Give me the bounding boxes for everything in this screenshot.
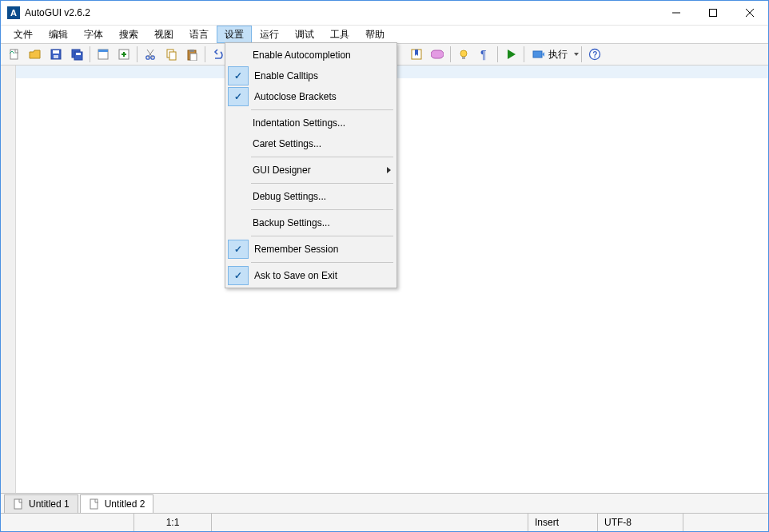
submenu-arrow-icon	[382, 165, 395, 176]
paste-button[interactable]	[181, 45, 202, 64]
menu-backup-settings[interactable]: Backup Settings...	[227, 212, 395, 233]
toolbar-separator	[497, 46, 498, 62]
svg-rect-4	[54, 55, 58, 58]
settings-dropdown: Enable Autocompletion Enable Calltips Au…	[225, 42, 397, 288]
help-button[interactable]: ?	[584, 45, 605, 64]
svg-rect-7	[76, 53, 81, 55]
svg-rect-9	[98, 50, 108, 52]
status-spacer	[212, 514, 528, 531]
status-extra	[683, 514, 768, 531]
svg-rect-22	[533, 51, 542, 58]
run-button[interactable]	[500, 45, 521, 64]
svg-rect-16	[189, 50, 194, 52]
document-icon	[13, 498, 24, 510]
menu-language[interactable]: 语言	[181, 26, 217, 43]
svg-rect-26	[90, 499, 98, 509]
menu-separator	[251, 109, 393, 110]
menu-separator	[251, 262, 393, 263]
cut-button[interactable]	[140, 45, 161, 64]
minimize-button[interactable]	[658, 1, 695, 25]
menu-bar: 文件 编辑 字体 搜索 视图 语言 设置 运行 调试 工具 帮助	[1, 26, 768, 43]
close-button[interactable]	[731, 1, 768, 25]
highlight-button[interactable]	[453, 45, 474, 64]
open-button[interactable]	[25, 45, 46, 64]
menu-separator	[251, 157, 393, 157]
save-button[interactable]	[46, 45, 66, 64]
document-tab-bar: Untitled 1 Untitled 2	[1, 493, 768, 513]
show-whitespace-button[interactable]: ¶	[474, 45, 495, 64]
svg-rect-3	[53, 50, 59, 54]
toolbar-separator	[581, 46, 582, 62]
menu-separator	[251, 209, 393, 210]
execute-label: 执行	[548, 48, 568, 62]
toolbar-separator	[90, 46, 90, 62]
menu-file[interactable]: 文件	[6, 26, 41, 43]
bookmark-button[interactable]	[406, 45, 427, 64]
menu-font[interactable]: 字体	[76, 26, 111, 43]
menu-separator	[251, 236, 393, 236]
menu-debug-settings[interactable]: Debug Settings...	[227, 186, 395, 207]
menu-edit[interactable]: 编辑	[41, 26, 76, 43]
tab-untitled-1[interactable]: Untitled 1	[4, 494, 78, 514]
menu-separator	[251, 183, 393, 184]
menu-indentation-settings[interactable]: Indentation Settings...	[227, 113, 395, 133]
menu-debug[interactable]: 调试	[287, 26, 322, 43]
status-insert-mode: Insert	[528, 514, 598, 531]
execute-dropdown[interactable]	[573, 46, 579, 63]
menu-gui-designer[interactable]: GUI Designer	[227, 160, 395, 181]
document-icon	[89, 498, 100, 510]
copy-button[interactable]	[161, 45, 181, 64]
menu-enable-calltips[interactable]: Enable Calltips	[227, 66, 395, 86]
new-file-button[interactable]	[4, 45, 25, 64]
toolbar-separator	[450, 46, 451, 62]
menu-caret-settings[interactable]: Caret Settings...	[227, 133, 395, 154]
add-control-button[interactable]	[114, 45, 134, 64]
run-icon	[532, 48, 545, 61]
tab-untitled-2[interactable]: Untitled 2	[80, 494, 154, 514]
status-message	[1, 514, 134, 531]
tab-label: Untitled 2	[105, 498, 145, 510]
toolbar-separator	[137, 46, 137, 62]
menu-help[interactable]: 帮助	[357, 26, 392, 43]
svg-rect-20	[462, 57, 465, 59]
menu-view[interactable]: 视图	[146, 26, 181, 43]
app-window: AutoGUI v2.6.2 文件 编辑 字体 搜索 视图 语言 设置 运行 调…	[0, 0, 769, 532]
svg-rect-14	[169, 52, 176, 60]
svg-rect-0	[710, 10, 717, 17]
menu-run[interactable]: 运行	[252, 26, 287, 43]
window-designer-button[interactable]	[93, 45, 114, 64]
menu-enable-autocompletion[interactable]: Enable Autocompletion	[227, 45, 395, 66]
app-icon	[7, 6, 20, 19]
toolbar-separator	[524, 46, 524, 62]
menu-ask-save-on-exit[interactable]: Ask to Save on Exit	[227, 265, 395, 286]
menu-search[interactable]: 搜索	[111, 26, 146, 43]
status-encoding: UTF-8	[598, 514, 683, 531]
svg-rect-17	[190, 54, 197, 61]
tab-label: Untitled 1	[29, 498, 70, 510]
save-all-button[interactable]	[66, 45, 87, 64]
svg-rect-25	[14, 499, 22, 509]
toolbar-separator	[205, 46, 205, 62]
editor-gutter[interactable]	[1, 66, 16, 493]
status-position: 1:1	[134, 514, 212, 531]
menu-settings[interactable]: 设置	[217, 26, 252, 43]
status-bar: 1:1 Insert UTF-8	[1, 513, 768, 531]
execute-button[interactable]: 执行	[527, 45, 573, 64]
svg-text:?: ?	[592, 50, 597, 59]
title-bar: AutoGUI v2.6.2	[1, 1, 768, 26]
menu-autoclose-brackets[interactable]: Autoclose Brackets	[227, 86, 395, 107]
window-title: AutoGUI v2.6.2	[25, 7, 658, 18]
svg-rect-1	[10, 50, 18, 59]
maximize-button[interactable]	[695, 1, 731, 25]
svg-point-19	[460, 50, 467, 57]
menu-remember-session[interactable]: Remember Session	[227, 239, 395, 260]
brain-button[interactable]	[427, 45, 448, 64]
menu-tools[interactable]: 工具	[322, 26, 357, 43]
svg-text:¶: ¶	[480, 48, 487, 61]
